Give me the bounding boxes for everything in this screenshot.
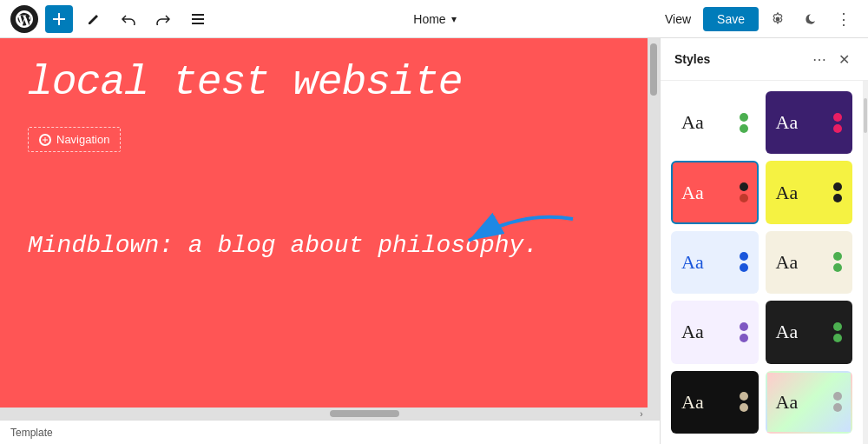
page-selector[interactable]: Home ▾ (406, 9, 463, 30)
site-tagline: Mindblown: a blog about philosophy. (0, 159, 648, 283)
main-area: local test website Navigation (0, 38, 868, 444)
toolbar-center: Home ▾ (219, 9, 651, 30)
main-toolbar: Home ▾ View Save ⋮ (0, 0, 868, 38)
style-dot-1 (833, 322, 842, 331)
styles-scrollbar-thumb[interactable] (864, 98, 867, 133)
canvas-scroll: local test website Navigation (0, 38, 660, 408)
style-card-label: Aa (681, 111, 704, 134)
undo-icon (122, 13, 135, 25)
style-card-dots (833, 182, 842, 202)
style-dot-1 (833, 252, 842, 261)
style-dot-1 (740, 322, 748, 331)
style-dot-2 (740, 124, 748, 133)
style-dot-2 (833, 263, 842, 272)
style-card-dots (833, 322, 842, 342)
horizontal-scrollbar-thumb[interactable] (330, 410, 399, 417)
style-dot-2 (740, 263, 748, 272)
theme-toggle-button[interactable] (797, 5, 825, 33)
style-card-label: Aa (776, 251, 799, 274)
style-dot-1 (740, 252, 748, 261)
style-dot-2 (740, 334, 748, 342)
style-dot-1 (740, 113, 748, 122)
style-dot-1 (740, 182, 748, 191)
redo-button[interactable] (149, 5, 177, 33)
style-dot-1 (833, 182, 842, 191)
style-dot-2 (740, 194, 748, 202)
undo-button[interactable] (115, 5, 142, 33)
wp-logo-button[interactable] (10, 5, 38, 33)
style-dot-2 (833, 194, 842, 202)
draw-tool-button[interactable] (80, 5, 108, 33)
ellipsis-icon: ⋮ (836, 10, 852, 29)
style-card-light-purple[interactable]: Aa (671, 301, 759, 363)
style-dot-1 (740, 392, 748, 401)
vertical-scrollbar-thumb[interactable] (650, 43, 657, 96)
style-card-rainbow-light[interactable]: Aa (766, 371, 853, 434)
wp-logo-icon (16, 10, 33, 28)
style-dot-1 (833, 392, 842, 401)
style-card-blue-light[interactable]: Aa (671, 231, 759, 294)
style-dot-2 (833, 403, 842, 412)
site-title: local test website (0, 38, 648, 120)
plus-icon (53, 13, 65, 25)
styles-panel: Styles ⋯ ✕ Aa Aa Aa (660, 38, 868, 444)
chevron-down-icon: ▾ (451, 13, 457, 25)
view-button[interactable]: View (658, 9, 698, 30)
more-options-button[interactable]: ⋮ (830, 5, 858, 33)
style-card-default-light[interactable]: Aa (671, 91, 759, 154)
style-card-dots (740, 322, 748, 342)
canvas-content: local test website Navigation (0, 38, 648, 408)
styles-panel-header: Styles ⋯ ✕ (661, 38, 868, 81)
style-card-dots (740, 113, 748, 133)
style-card-red-dark[interactable]: Aa (671, 161, 759, 223)
moon-icon (804, 12, 818, 26)
style-card-label: Aa (776, 391, 799, 414)
style-card-charcoal-green[interactable]: Aa (766, 301, 853, 363)
style-card-dots (740, 392, 748, 412)
style-card-label: Aa (681, 251, 704, 274)
page-name: Home (413, 12, 445, 26)
style-dot-2 (740, 403, 748, 412)
styles-panel-title: Styles (674, 52, 710, 66)
horizontal-scrollbar[interactable]: › (0, 408, 660, 420)
svg-rect-2 (192, 23, 204, 24)
redo-icon (156, 13, 170, 25)
styles-more-button[interactable]: ⋯ (809, 49, 830, 70)
template-bar: Template (0, 420, 660, 444)
style-card-label: Aa (681, 391, 704, 414)
toolbar-right: View Save ⋮ (658, 5, 858, 33)
settings-button[interactable] (764, 5, 792, 33)
style-card-dots (833, 252, 842, 272)
style-card-beige-green[interactable]: Aa (766, 231, 853, 294)
style-card-dots (833, 392, 842, 412)
vertical-scrollbar[interactable] (648, 38, 660, 408)
navigation-block[interactable]: Navigation (28, 127, 121, 152)
list-view-button[interactable] (184, 5, 212, 33)
styles-panel-actions: ⋯ ✕ (809, 49, 854, 70)
style-dot-2 (833, 334, 842, 342)
gear-icon (771, 12, 785, 26)
list-icon (192, 14, 204, 24)
svg-rect-0 (192, 14, 204, 16)
style-dot-1 (833, 113, 842, 122)
style-card-label: Aa (681, 182, 704, 204)
scroll-right-button[interactable]: › (635, 408, 648, 420)
canvas-area: local test website Navigation (0, 38, 660, 444)
styles-close-button[interactable]: ✕ (833, 49, 854, 70)
svg-rect-1 (192, 18, 204, 20)
style-card-label: Aa (776, 111, 799, 134)
navigation-label: Navigation (56, 133, 109, 146)
styles-grid-container: Aa Aa Aa Aa Aa (661, 81, 868, 444)
add-block-button[interactable] (45, 5, 73, 33)
style-card-label: Aa (681, 321, 704, 343)
style-card-label: Aa (776, 182, 799, 204)
save-button[interactable]: Save (703, 7, 759, 31)
style-card-black-beige[interactable]: Aa (671, 371, 759, 434)
navigation-icon (39, 134, 51, 146)
styles-scrollbar[interactable] (863, 81, 868, 444)
style-card-purple-dark[interactable]: Aa (766, 91, 853, 154)
style-card-yellow-dark[interactable]: Aa (766, 161, 853, 223)
edit-icon (88, 13, 100, 25)
style-dot-2 (833, 124, 842, 133)
style-card-dots (740, 182, 748, 202)
